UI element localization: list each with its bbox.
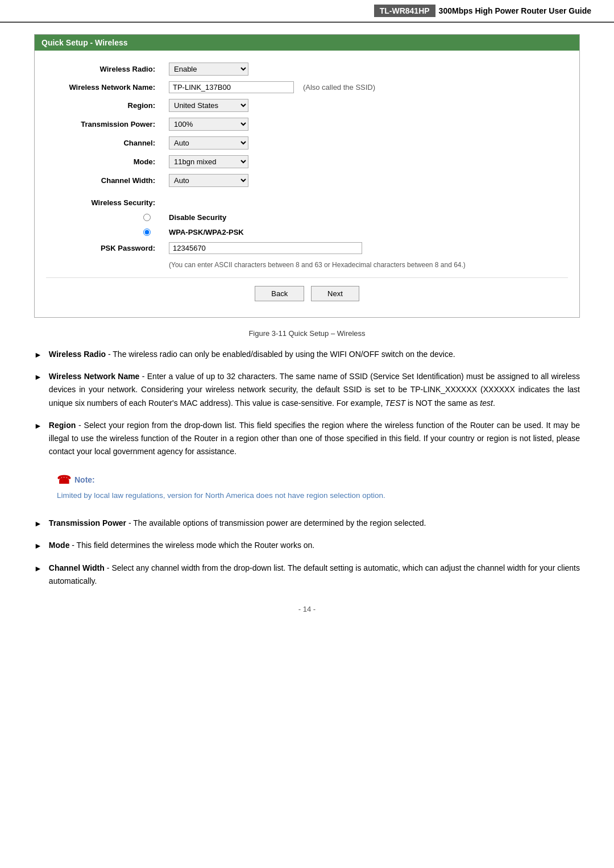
mode-row: Mode: 11bgn mixed xyxy=(46,152,568,171)
ssid-hint: (Also called the SSID) xyxy=(303,83,375,92)
transmission-power-value-cell: 100% xyxy=(160,115,568,134)
page-title: 300Mbps High Power Router User Guide xyxy=(439,6,591,15)
bullet-arrow-icon: ► xyxy=(34,517,42,530)
model-label: TL-WR841HP xyxy=(374,5,435,17)
psk-password-label: PSK Password: xyxy=(46,239,160,257)
wpa-psk-row: WPA-PSK/WPA2-PSK xyxy=(46,225,568,239)
bullet-list: ► Wireless Radio - The wireless radio ca… xyxy=(34,348,580,458)
wireless-network-name-input[interactable] xyxy=(169,81,294,93)
wireless-network-name-row: Wireless Network Name: (Also called the … xyxy=(46,78,568,96)
bullet-text-2: Region - Select your region from the dro… xyxy=(49,419,580,458)
psk-password-row: PSK Password: xyxy=(46,239,568,257)
channel-value-cell: Auto xyxy=(160,134,568,152)
bullet-arrow-icon: ► xyxy=(34,562,42,575)
button-row: Back Next xyxy=(46,277,568,306)
disable-security-label: Disable Security xyxy=(169,213,226,222)
bullet-term-3: Transmission Power xyxy=(49,518,126,528)
quick-setup-title: Quick Setup - Wireless xyxy=(35,35,579,51)
bullet-arrow-icon: ► xyxy=(34,420,42,432)
bullet-text-0: Wireless Radio - The wireless radio can … xyxy=(49,348,580,361)
wireless-radio-row: Wireless Radio: Enable xyxy=(46,60,568,78)
wireless-security-header-row: Wireless Security: xyxy=(46,196,568,210)
wpa-psk-radio[interactable] xyxy=(143,229,151,236)
channel-width-row: Channel Width: Auto xyxy=(46,171,568,190)
spacer-row xyxy=(46,190,568,196)
list-item: ► Region - Select your region from the d… xyxy=(34,419,580,458)
main-content: Quick Setup - Wireless Wireless Radio: E… xyxy=(0,23,614,636)
bullet-term-1: Wireless Network Name xyxy=(49,372,140,381)
bullet-text-4: Mode - This field determines the wireles… xyxy=(49,539,580,552)
transmission-power-label: Transmission Power: xyxy=(46,115,160,134)
channel-select[interactable]: Auto xyxy=(169,136,248,149)
channel-width-value-cell: Auto xyxy=(160,171,568,190)
bullet-term-2: Region xyxy=(49,421,76,430)
bullet-term-5: Channel Width xyxy=(49,563,105,572)
channel-width-label: Channel Width: xyxy=(46,171,160,190)
bullet-text-5: Channel Width - Select any channel width… xyxy=(49,562,580,588)
region-value-cell: United States xyxy=(160,96,568,115)
list-item: ► Channel Width - Select any channel wid… xyxy=(34,562,580,588)
list-item: ► Wireless Radio - The wireless radio ca… xyxy=(34,348,580,361)
back-button[interactable]: Back xyxy=(255,286,304,301)
channel-label: Channel: xyxy=(46,134,160,152)
wpa-psk-label: WPA-PSK/WPA2-PSK xyxy=(169,228,244,236)
page-number: - 14 - xyxy=(34,605,580,613)
next-button[interactable]: Next xyxy=(311,286,359,301)
wireless-radio-value-cell: Enable xyxy=(160,60,568,78)
psk-password-input[interactable] xyxy=(169,242,362,254)
note-box: ☎ Note: Limited by local law regulations… xyxy=(49,467,580,508)
channel-row: Channel: Auto xyxy=(46,134,568,152)
list-item: ► Mode - This field determines the wirel… xyxy=(34,539,580,552)
disable-security-radio[interactable] xyxy=(143,214,151,221)
note-icon: ☎ xyxy=(57,473,71,487)
wireless-radio-select[interactable]: Enable xyxy=(169,63,248,76)
transmission-power-select[interactable]: 100% xyxy=(169,118,248,131)
mode-label: Mode: xyxy=(46,152,160,171)
wireless-network-name-label: Wireless Network Name: xyxy=(46,78,160,96)
psk-hint: (You can enter ASCII characters between … xyxy=(169,261,466,269)
wireless-network-name-value-cell: (Also called the SSID) xyxy=(160,78,568,96)
disable-security-row: Disable Security xyxy=(46,210,568,225)
region-label: Region: xyxy=(46,96,160,115)
channel-width-select[interactable]: Auto xyxy=(169,174,248,187)
bullet-arrow-icon: ► xyxy=(34,348,42,361)
bullet-term-4: Mode xyxy=(49,541,70,550)
quick-setup-body: Wireless Radio: Enable Wireless Network … xyxy=(35,51,579,317)
quick-setup-box: Quick Setup - Wireless Wireless Radio: E… xyxy=(34,34,580,318)
bullet-list-continued: ► Transmission Power - The available opt… xyxy=(34,517,580,588)
region-select[interactable]: United States xyxy=(169,99,248,112)
bullet-arrow-icon: ► xyxy=(34,539,42,552)
transmission-power-row: Transmission Power: 100% xyxy=(46,115,568,134)
list-item: ► Wireless Network Name - Enter a value … xyxy=(34,370,580,409)
settings-form: Wireless Radio: Enable Wireless Network … xyxy=(46,60,568,272)
bullet-text-3: Transmission Power - The available optio… xyxy=(49,517,580,530)
note-title: ☎ Note: xyxy=(57,473,572,487)
note-label: Note: xyxy=(74,475,95,484)
wireless-radio-label: Wireless Radio: xyxy=(46,60,160,78)
figure-caption: Figure 3-11 Quick Setup – Wireless xyxy=(34,329,580,338)
bullet-text-1: Wireless Network Name - Enter a value of… xyxy=(49,370,580,409)
wireless-security-label: Wireless Security: xyxy=(46,196,160,210)
region-row: Region: United States xyxy=(46,96,568,115)
bullet-arrow-icon: ► xyxy=(34,371,42,383)
list-item: ► Transmission Power - The available opt… xyxy=(34,517,580,530)
page-header: TL-WR841HP 300Mbps High Power Router Use… xyxy=(0,0,614,23)
note-text: Limited by local law regulations, versio… xyxy=(57,490,572,502)
mode-select[interactable]: 11bgn mixed xyxy=(169,155,248,168)
mode-value-cell: 11bgn mixed xyxy=(160,152,568,171)
bullet-term-0: Wireless Radio xyxy=(49,350,106,359)
psk-hint-row: (You can enter ASCII characters between … xyxy=(46,257,568,272)
